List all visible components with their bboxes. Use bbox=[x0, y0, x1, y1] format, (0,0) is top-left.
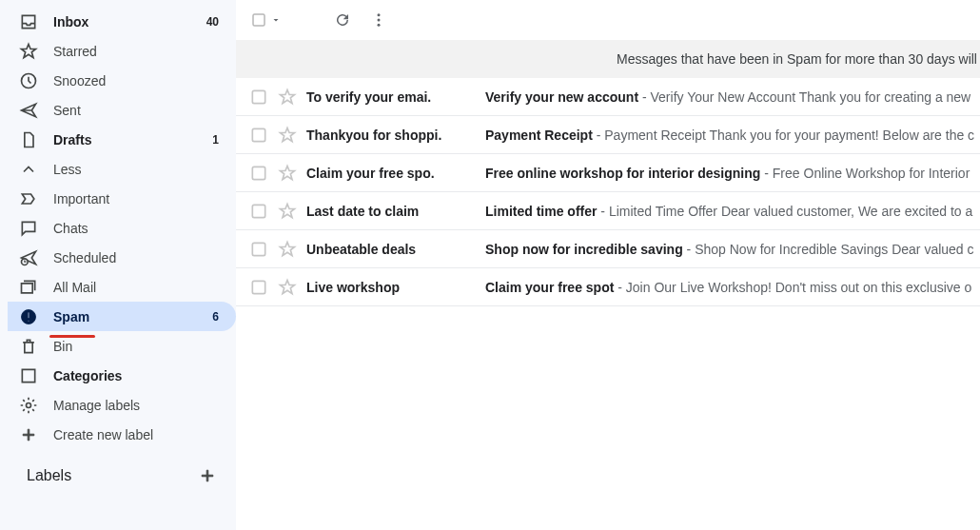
sidebar-item-drafts[interactable]: Drafts1 bbox=[8, 125, 236, 154]
message-row[interactable]: Claim your free spo.Free online workshop… bbox=[236, 154, 980, 192]
sidebar-item-label: Important bbox=[53, 191, 223, 206]
sidebar-item-label: Starred bbox=[53, 44, 223, 59]
message-snippet: Limited Time Offer Dear valued customer,… bbox=[609, 204, 972, 219]
refresh-icon[interactable] bbox=[333, 10, 352, 29]
spam-info-banner: Messages that have been in Spam for more… bbox=[236, 40, 980, 78]
sidebar-item-label: Categories bbox=[53, 368, 223, 383]
sidebar-item-less[interactable]: Less bbox=[8, 154, 236, 184]
message-subject: Shop now for incredible saving bbox=[485, 242, 683, 257]
star-icon[interactable] bbox=[278, 278, 297, 297]
message-row[interactable]: Thankyou for shoppi.Payment Receipt - Pa… bbox=[236, 116, 980, 154]
sidebar-item-label: Drafts bbox=[53, 132, 212, 147]
sidebar-item-bin[interactable]: Bin bbox=[8, 331, 236, 361]
sidebar-item-label: Snoozed bbox=[53, 73, 223, 88]
plus-icon bbox=[19, 425, 38, 444]
select-dropdown-icon[interactable] bbox=[270, 10, 282, 29]
message-separator: - bbox=[593, 128, 604, 143]
message-sender: Unbeatable deals bbox=[306, 242, 485, 257]
sidebar-item-spam[interactable]: Spam6 bbox=[8, 302, 236, 331]
message-snippet: Free Online Workshop for Interior bbox=[773, 166, 970, 181]
sidebar-item-inbox[interactable]: Inbox40 bbox=[8, 7, 236, 36]
star-icon[interactable] bbox=[278, 88, 297, 107]
main-pane: Messages that have been in Spam for more… bbox=[236, 0, 980, 530]
categories-icon bbox=[19, 366, 38, 385]
row-checkbox[interactable] bbox=[249, 126, 268, 145]
select-all-checkbox[interactable] bbox=[249, 10, 268, 29]
spam-icon bbox=[19, 307, 38, 326]
message-separator: - bbox=[760, 166, 772, 181]
row-checkbox[interactable] bbox=[249, 202, 268, 221]
scheduled-icon bbox=[19, 248, 38, 267]
message-body: Limited time offer - Limited Time Offer … bbox=[485, 204, 980, 219]
sidebar-item-starred[interactable]: Starred bbox=[8, 36, 236, 66]
message-sender: Last date to claim bbox=[306, 204, 485, 219]
message-body: Shop now for incredible saving - Shop No… bbox=[485, 242, 980, 257]
message-body: Payment Receipt - Payment Receipt Thank … bbox=[485, 128, 980, 143]
row-checkbox[interactable] bbox=[249, 278, 268, 297]
banner-text: Messages that have been in Spam for more… bbox=[617, 51, 977, 67]
sidebar-item-chats[interactable]: Chats bbox=[8, 213, 236, 243]
star-icon[interactable] bbox=[278, 202, 297, 221]
file-icon bbox=[19, 130, 38, 149]
message-separator: - bbox=[683, 242, 695, 257]
svg-rect-6 bbox=[253, 14, 265, 26]
sidebar-item-label: Manage labels bbox=[53, 398, 223, 413]
important-icon bbox=[19, 189, 38, 208]
message-row[interactable]: To verify your emai.Verify your new acco… bbox=[236, 78, 980, 116]
svg-point-7 bbox=[378, 13, 381, 16]
sidebar-item-label: Create new label bbox=[53, 427, 223, 442]
labels-title: Labels bbox=[27, 467, 71, 484]
svg-rect-3 bbox=[28, 312, 29, 319]
sidebar-item-label: Spam bbox=[53, 309, 212, 324]
message-subject: Free online workshop for interior design… bbox=[485, 166, 760, 181]
gear-icon bbox=[19, 396, 38, 415]
plus-icon[interactable] bbox=[198, 466, 217, 485]
message-row[interactable]: Live workshopClaim your free spot - Join… bbox=[236, 268, 980, 306]
message-snippet: Shop Now for Incredible Savings Dear val… bbox=[695, 242, 973, 257]
sidebar-item-important[interactable]: Important bbox=[8, 184, 236, 213]
sidebar-item-count: 40 bbox=[206, 15, 223, 29]
svg-rect-14 bbox=[252, 243, 265, 255]
labels-section-header: Labels bbox=[8, 449, 236, 485]
message-subject: Verify your new account bbox=[485, 89, 638, 105]
sidebar-item-label: Sent bbox=[53, 103, 223, 118]
message-body: Claim your free spot - Join Our Live Wor… bbox=[485, 280, 980, 295]
sidebar-item-sent[interactable]: Sent bbox=[8, 95, 236, 125]
more-icon[interactable] bbox=[369, 10, 388, 29]
svg-rect-13 bbox=[252, 205, 265, 217]
message-body: Verify your new account - Verify Your Ne… bbox=[485, 89, 980, 105]
sidebar-item-label: Chats bbox=[53, 221, 223, 236]
star-icon[interactable] bbox=[278, 240, 297, 259]
message-sender: Thankyou for shoppi. bbox=[306, 128, 485, 143]
sidebar-item-categories[interactable]: Categories bbox=[8, 361, 236, 390]
sidebar-item-count: 6 bbox=[212, 310, 223, 324]
spam-underline-highlight bbox=[49, 335, 95, 338]
star-icon[interactable] bbox=[278, 126, 297, 145]
sidebar-item-manage-labels[interactable]: Manage labels bbox=[8, 390, 236, 420]
svg-rect-12 bbox=[252, 167, 265, 179]
message-sender: To verify your emai. bbox=[306, 89, 485, 105]
star-icon[interactable] bbox=[278, 164, 297, 183]
svg-rect-11 bbox=[252, 128, 265, 141]
toolbar bbox=[236, 0, 980, 40]
svg-rect-4 bbox=[28, 320, 29, 322]
message-snippet: Join Our Live Workshop! Don't miss out o… bbox=[626, 280, 971, 295]
svg-rect-10 bbox=[252, 90, 265, 103]
sidebar-item-scheduled[interactable]: Scheduled bbox=[8, 243, 236, 272]
clock-icon bbox=[19, 71, 38, 90]
message-subject: Limited time offer bbox=[485, 204, 597, 219]
svg-point-9 bbox=[378, 24, 381, 27]
svg-point-5 bbox=[27, 402, 31, 407]
message-sender: Live workshop bbox=[306, 280, 485, 295]
sidebar-item-snoozed[interactable]: Snoozed bbox=[8, 66, 236, 95]
sidebar-item-all-mail[interactable]: All Mail bbox=[8, 272, 236, 302]
sidebar-item-create-new-label[interactable]: Create new label bbox=[8, 420, 236, 449]
message-separator: - bbox=[597, 204, 608, 219]
row-checkbox[interactable] bbox=[249, 240, 268, 259]
message-row[interactable]: Last date to claimLimited time offer - L… bbox=[236, 192, 980, 230]
row-checkbox[interactable] bbox=[249, 88, 268, 107]
sidebar-item-label: Less bbox=[53, 162, 223, 177]
row-checkbox[interactable] bbox=[249, 164, 268, 183]
message-row[interactable]: Unbeatable dealsShop now for incredible … bbox=[236, 230, 980, 268]
chevron-up-icon bbox=[19, 160, 38, 179]
